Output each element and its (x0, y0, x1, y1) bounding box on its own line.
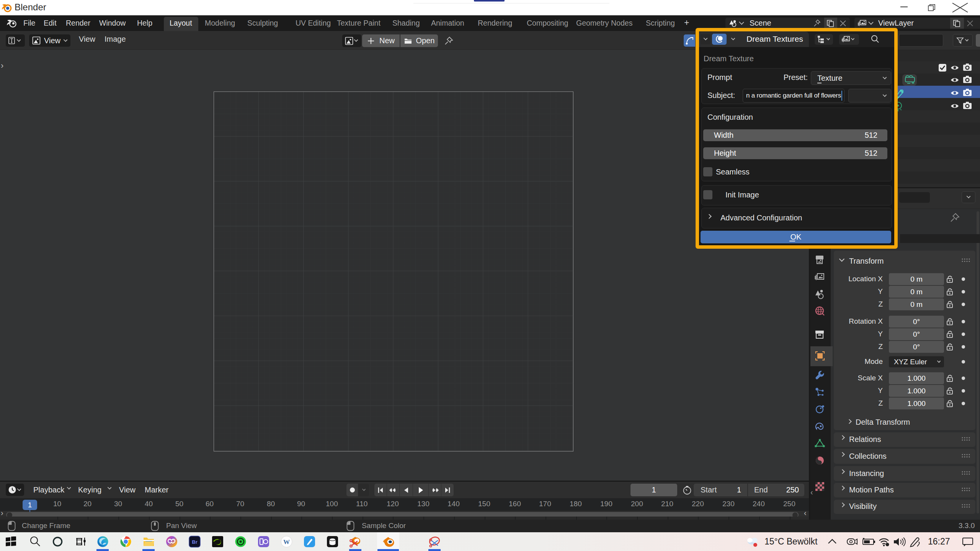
svg-text:W: W (283, 538, 290, 546)
svg-text:Br: Br (192, 539, 197, 545)
